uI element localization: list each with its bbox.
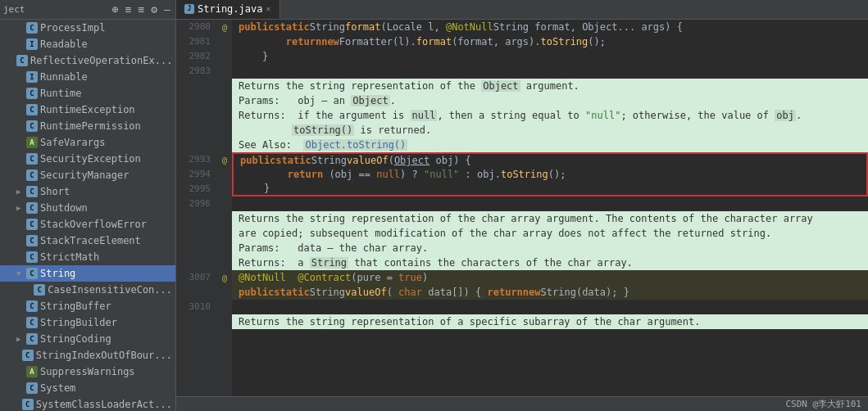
line-number: 3010 xyxy=(176,300,211,314)
gutter-cell xyxy=(217,226,232,241)
class-name: StringBuffer xyxy=(40,300,111,312)
class-icon: C xyxy=(26,251,38,263)
code-line xyxy=(232,64,868,79)
line-number: 2995 xyxy=(176,182,211,196)
code-line xyxy=(232,196,868,211)
class-name: Short xyxy=(40,186,70,197)
sidebar-item-StringIndexOutOfBour[interactable]: CStringIndexOutOfBour... xyxy=(0,347,175,364)
code-line: } xyxy=(232,182,868,196)
class-name: Runnable xyxy=(40,71,88,83)
class-icon: C xyxy=(26,22,38,34)
class-name: StackTraceElement xyxy=(40,235,141,246)
tree-arrow: ▶ xyxy=(16,204,26,212)
line-number: 2982 xyxy=(176,49,211,64)
sidebar-item-Shutdown[interactable]: ▶CShutdown xyxy=(0,200,175,216)
sidebar-item-String[interactable]: ▼CString xyxy=(0,265,175,282)
line-number: 2981 xyxy=(176,34,211,49)
doc-line: Params: data – the char array. xyxy=(232,241,868,255)
sidebar-item-StringBuilder[interactable]: CStringBuilder xyxy=(0,314,175,331)
gutter-cell xyxy=(217,108,232,123)
class-icon: C xyxy=(16,55,28,66)
code-line: public static String valueOf(Object obj)… xyxy=(232,152,868,167)
line-number xyxy=(176,138,211,152)
gutter-cell xyxy=(217,93,232,108)
tab-close-icon[interactable]: ✕ xyxy=(266,4,270,13)
gutter-cell xyxy=(217,167,232,182)
gutter-cell xyxy=(217,64,232,79)
expand-icon[interactable]: ≡ xyxy=(124,2,134,16)
class-name: SystemClassLoaderAct... xyxy=(36,399,172,410)
sidebar-item-System[interactable]: CSystem xyxy=(0,380,175,396)
class-icon: C xyxy=(26,235,38,246)
sidebar-item-ReflectiveOperationEx[interactable]: CReflectiveOperationEx... xyxy=(0,52,175,69)
sidebar-item-ProcessImpl[interactable]: CProcessImpl xyxy=(0,20,175,36)
sidebar-item-StackOverflowError[interactable]: CStackOverflowError xyxy=(0,216,175,233)
line-number: 2994 xyxy=(176,167,211,182)
class-icon: C xyxy=(26,186,38,197)
sidebar-item-CaseInsensitiveCon[interactable]: CCaseInsensitiveCon... xyxy=(0,282,175,298)
gutter-cell: @ xyxy=(217,270,232,285)
tree-arrow: ▶ xyxy=(16,187,26,196)
locator-icon[interactable]: ⊕ xyxy=(111,2,120,16)
tab-string-java[interactable]: J String.java ✕ xyxy=(176,0,280,19)
class-name: StackOverflowError xyxy=(40,219,147,230)
class-name: String xyxy=(40,268,75,279)
class-icon: C xyxy=(26,169,38,181)
sidebar-item-Runtime[interactable]: CRuntime xyxy=(0,85,175,102)
line-number: 2993 xyxy=(176,152,211,167)
sidebar-item-Readable[interactable]: IReadable xyxy=(0,36,175,52)
class-name: Readable xyxy=(40,38,88,50)
sidebar-item-SuppressWarnings[interactable]: ASuppressWarnings xyxy=(0,364,175,380)
doc-line: Returns: a String that contains the char… xyxy=(232,255,868,270)
class-icon: A xyxy=(26,137,38,148)
sidebar-toolbar: ject ⊕ ≡ ≡ ⚙ — xyxy=(0,0,175,20)
doc-line: Returns the string representation of a s… xyxy=(232,314,868,329)
class-icon: C xyxy=(22,350,34,361)
editor-area: J String.java ✕ 298029812982298329932994… xyxy=(176,0,868,411)
line-numbers: 2980298129822983299329942995299630073010 xyxy=(176,20,217,396)
sidebar-item-StringBuffer[interactable]: CStringBuffer xyxy=(0,298,175,314)
code-line: public static String format(Locale l, @N… xyxy=(232,20,868,34)
code-editor: 2980298129822983299329942995299630073010… xyxy=(176,20,868,396)
line-number xyxy=(176,211,211,226)
class-icon: C xyxy=(26,317,38,328)
tab-bar: J String.java ✕ xyxy=(176,0,868,20)
gutter-cell xyxy=(217,123,232,138)
sidebar-item-SystemClassLoaderAct[interactable]: CSystemClassLoaderAct... xyxy=(0,396,175,411)
class-name: Runtime xyxy=(40,88,82,99)
code-line: @NotNull @Contract(pure = true) xyxy=(232,270,868,285)
line-number xyxy=(176,93,211,108)
sidebar-item-SafeVarargs[interactable]: ASafeVarargs xyxy=(0,134,175,151)
class-icon: C xyxy=(26,104,38,115)
line-number: 2980 xyxy=(176,20,211,34)
gutter-cell: @ xyxy=(217,20,232,34)
sidebar-item-StackTraceElement[interactable]: CStackTraceElement xyxy=(0,233,175,249)
collapse-icon[interactable]: ≡ xyxy=(137,2,147,16)
sidebar-item-Runnable[interactable]: IRunnable xyxy=(0,69,175,85)
sidebar-item-RuntimePermission[interactable]: CRuntimePermission xyxy=(0,118,175,134)
line-number xyxy=(176,255,211,270)
class-name: Shutdown xyxy=(40,202,88,214)
line-number: 3007 xyxy=(176,270,211,285)
sidebar-item-Short[interactable]: ▶CShort xyxy=(0,183,175,200)
settings-icon[interactable]: ⚙ xyxy=(149,2,159,16)
class-name: StrictMath xyxy=(40,251,99,263)
sidebar-item-RuntimeException[interactable]: CRuntimeException xyxy=(0,102,175,118)
sidebar-item-StringCoding[interactable]: ▶CStringCoding xyxy=(0,331,175,347)
tree-arrow: ▼ xyxy=(16,269,26,278)
class-icon: C xyxy=(22,399,34,410)
gutter-cell xyxy=(217,314,232,329)
sidebar-item-SecurityException[interactable]: CSecurityException xyxy=(0,151,175,167)
sidebar-item-SecurityManager[interactable]: CSecurityManager xyxy=(0,167,175,183)
class-name: ProcessImpl xyxy=(40,22,105,34)
line-number: 2996 xyxy=(176,196,211,211)
line-number xyxy=(176,241,211,255)
class-name: SecurityException xyxy=(40,153,141,165)
close-icon[interactable]: — xyxy=(162,2,172,16)
class-name: CaseInsensitiveCon... xyxy=(48,284,172,296)
code-content[interactable]: public static String format(Locale l, @N… xyxy=(232,20,868,396)
code-line: return new Formatter(l).format(format, a… xyxy=(232,34,868,49)
class-name: StringCoding xyxy=(40,333,111,345)
sidebar-item-StrictMath[interactable]: CStrictMath xyxy=(0,249,175,265)
doc-line: Params: obj – an Object. xyxy=(232,93,868,108)
